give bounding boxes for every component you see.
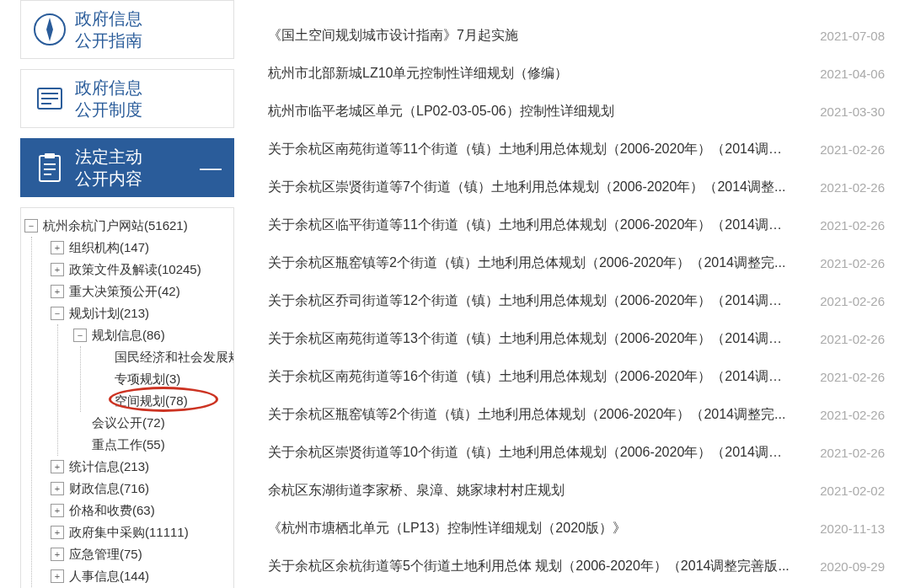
list-item: 关于余杭区余杭街道等5个街道土地利用总体 规划（2006-2020年）（2014… [268, 548, 885, 585]
expand-icon[interactable]: − [24, 219, 38, 233]
expand-icon[interactable]: + [51, 241, 64, 254]
tree-leaf[interactable]: 重点工作(55) [73, 434, 230, 456]
article-date: 2020-09-29 [820, 559, 885, 574]
article-link[interactable]: 余杭区东湖街道李家桥、泉漳、姚家埭村村庄规划 [268, 482, 565, 500]
tree-label[interactable]: 政府集中采购(11111) [69, 522, 189, 543]
expand-icon[interactable]: − [51, 307, 64, 320]
tree-label[interactable]: 杭州余杭门户网站(51621) [43, 216, 188, 236]
list-item: 关于余杭区南苑街道等11个街道（镇）土地利用总体规划（2006-2020年）（2… [268, 131, 885, 168]
article-date: 2021-02-26 [820, 256, 885, 270]
tree-label[interactable]: 政策文件及解读(10245) [69, 259, 201, 280]
card-line2: 公开内容 [75, 168, 142, 190]
tree-branch[interactable]: +人事信息(144) [51, 565, 230, 587]
minus-icon: — [200, 155, 222, 181]
tree-panel[interactable]: −杭州余杭门户网站(51621)+组织机构(147)+政策文件及解读(10245… [20, 207, 234, 588]
article-date: 2021-02-26 [820, 408, 885, 422]
article-list: 《国土空间规划城市设计指南》7月起实施2021-07-08杭州市北部新城LZ10… [243, 0, 910, 588]
article-date: 2020-11-13 [820, 521, 885, 536]
tree-leaf[interactable]: 会议公开(72) [73, 412, 230, 434]
expand-icon[interactable]: + [51, 569, 64, 583]
article-date: 2021-02-26 [820, 142, 885, 157]
svg-rect-7 [45, 153, 55, 158]
card-line1: 法定主动 [75, 146, 142, 168]
tree-branch[interactable]: −规划信息(86) [73, 324, 230, 346]
article-link[interactable]: 关于余杭区南苑街道等13个街道（镇）土地利用总体规划（2006-2020年）（2… [268, 330, 790, 348]
article-link[interactable]: 关于余杭区南苑街道等16个街道（镇）土地利用总体规划（2006-2020年）（2… [268, 368, 790, 386]
tree-label[interactable]: 人事信息(144) [69, 566, 149, 586]
expand-icon[interactable]: + [51, 285, 64, 298]
list-item: 《国土空间规划城市设计指南》7月起实施2021-07-08 [268, 17, 885, 55]
article-date: 2021-07-08 [820, 29, 885, 43]
article-link[interactable]: 关于余杭区南苑街道等11个街道（镇）土地利用总体规划（2006-2020年）（2… [268, 141, 790, 158]
tree-label[interactable]: 财政信息(716) [69, 478, 149, 499]
list-item: 关于余杭区南苑街道等13个街道（镇）土地利用总体规划（2006-2020年）（2… [268, 320, 885, 358]
tree-branch[interactable]: +应急管理(75) [51, 543, 230, 565]
tree-branch[interactable]: +政策文件及解读(10245) [51, 259, 230, 281]
tree-leaf[interactable]: 专项规划(3) [96, 368, 230, 390]
article-date: 2021-03-30 [820, 104, 885, 119]
tree-label[interactable]: 重大决策预公开(42) [69, 281, 180, 302]
tree-label-highlighted[interactable]: 空间规划(78) [115, 391, 188, 411]
list-item: 关于余杭区临平街道等11个街道（镇）土地利用总体规划（2006-2020年）（2… [268, 206, 885, 244]
expand-icon[interactable]: + [51, 482, 64, 495]
article-link[interactable]: 《国土空间规划城市设计指南》7月起实施 [268, 27, 518, 45]
tree-branch[interactable]: +政府集中采购(11111) [51, 521, 230, 543]
tree-branch[interactable]: +统计信息(213) [51, 456, 230, 478]
nav-tree: −杭州余杭门户网站(51621)+组织机构(147)+政策文件及解读(10245… [24, 215, 230, 588]
tree-branch[interactable]: +价格和收费(63) [51, 500, 230, 521]
card-system[interactable]: 政府信息 公开制度 [20, 69, 234, 128]
tree-label[interactable]: 价格和收费(63) [69, 500, 155, 521]
list-item: 关于余杭区乔司街道等12个街道（镇）土地利用总体规划（2006-2020年）（2… [268, 282, 885, 320]
card-line1: 政府信息 [75, 8, 142, 29]
expand-icon[interactable]: + [51, 460, 64, 473]
tree-label[interactable]: 重点工作(55) [92, 435, 165, 455]
article-link[interactable]: 关于余杭区乔司街道等12个街道（镇）土地利用总体规划（2006-2020年）（2… [268, 292, 790, 310]
tree-branch[interactable]: +重大决策预公开(42) [51, 281, 230, 302]
tree-leaf[interactable]: 空间规划(78) [96, 390, 230, 412]
tree-branch[interactable]: +组织机构(147) [51, 237, 230, 259]
article-date: 2021-02-26 [820, 180, 885, 195]
article-link[interactable]: 杭州市北部新城LZ10单元控制性详细规划（修编） [268, 65, 568, 83]
tree-label[interactable]: 专项规划(3) [115, 369, 180, 389]
list-item: 杭州市临平老城区单元（LP02-03-05-06）控制性详细规划2021-03-… [268, 93, 885, 131]
tree-label[interactable]: 规划信息(86) [92, 325, 165, 345]
card-statutory[interactable]: 法定主动 公开内容 — [20, 138, 234, 197]
tree-branch[interactable]: +财政信息(716) [51, 478, 230, 500]
article-date: 2021-02-02 [820, 484, 885, 498]
article-link[interactable]: 《杭州市塘栖北单元（LP13）控制性详细规划（2020版）》 [268, 520, 626, 537]
compass-icon [33, 13, 67, 46]
expand-icon[interactable]: + [51, 548, 64, 561]
tree-label[interactable]: 会议公开(72) [92, 413, 165, 433]
tree-leaf[interactable]: 国民经济和社会发展规 [96, 346, 230, 368]
article-link[interactable]: 关于余杭区崇贤街道等7个街道（镇）土地利用总体规划（2006-2020年）（20… [268, 179, 785, 196]
tree-label[interactable]: 规划计划(213) [69, 303, 149, 323]
tree-branch[interactable]: −规划计划(213) [51, 302, 230, 324]
tree-label[interactable]: 国民经济和社会发展规 [115, 347, 234, 367]
list-item: 关于余杭区崇贤街道等7个街道（镇）土地利用总体规划（2006-2020年）（20… [268, 168, 885, 206]
list-item: 关于余杭区瓶窑镇等2个街道（镇）土地利用总体规划（2006-2020年）（201… [268, 396, 885, 434]
article-link[interactable]: 关于余杭区崇贤街道等10个街道（镇）土地利用总体规划（2006-2020年）（2… [268, 444, 790, 462]
article-link[interactable]: 杭州市临平老城区单元（LP02-03-05-06）控制性详细规划 [268, 103, 614, 120]
article-link[interactable]: 关于余杭区临平街道等11个街道（镇）土地利用总体规划（2006-2020年）（2… [268, 216, 790, 234]
article-link[interactable]: 关于余杭区瓶窑镇等2个街道（镇）土地利用总体规划（2006-2020年）（201… [268, 406, 785, 424]
list-item: 关于余杭区崇贤街道等10个街道（镇）土地利用总体规划（2006-2020年）（2… [268, 434, 885, 472]
expand-icon[interactable]: + [51, 526, 64, 539]
sidebar: 政府信息 公开指南 政府信息 公开制度 法定主动 公开内容 — [0, 0, 243, 588]
tree-label[interactable]: 组织机构(147) [69, 238, 149, 258]
list-item: 关于余杭区瓶窑镇等2个街道（镇）土地利用总体规划（2006-2020年）（201… [268, 244, 885, 282]
card-line1: 政府信息 [75, 77, 142, 99]
list-item: 余杭区东湖街道李家桥、泉漳、姚家埭村村庄规划2021-02-02 [268, 472, 885, 510]
article-link[interactable]: 关于余杭区瓶窑镇等2个街道（镇）土地利用总体规划（2006-2020年）（201… [268, 254, 785, 272]
expand-icon[interactable]: + [51, 263, 64, 276]
article-date: 2021-02-26 [820, 294, 885, 308]
expand-icon[interactable]: − [73, 329, 87, 342]
tree-branch[interactable]: −杭州余杭门户网站(51621) [24, 215, 230, 237]
tree-label[interactable]: 应急管理(75) [69, 544, 142, 564]
card-guide[interactable]: 政府信息 公开指南 [20, 0, 234, 59]
expand-icon[interactable]: + [51, 504, 64, 517]
article-date: 2021-02-26 [820, 332, 885, 346]
article-link[interactable]: 关于余杭区余杭街道等5个街道土地利用总体 规划（2006-2020年）（2014… [268, 558, 790, 575]
tree-label[interactable]: 统计信息(213) [69, 457, 149, 477]
list-item: 关于余杭区南苑街道等16个街道（镇）土地利用总体规划（2006-2020年）（2… [268, 358, 885, 396]
card-line2: 公开指南 [75, 29, 142, 51]
